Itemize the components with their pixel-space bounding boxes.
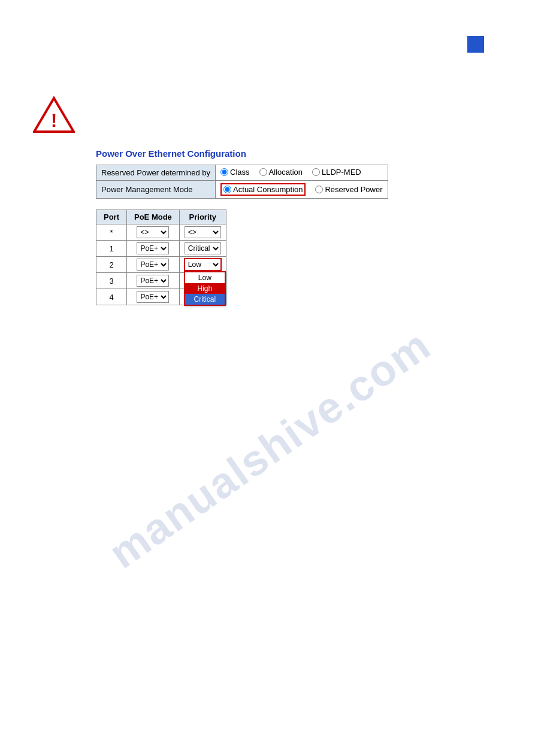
dropdown-list: Low High Critical xyxy=(184,271,226,306)
port-2-num: 2 xyxy=(96,257,127,273)
port-1-priority-select[interactable]: Low High Critical xyxy=(185,242,221,254)
filter-priority[interactable]: <> Low High Critical xyxy=(179,224,226,241)
port-3-num: 3 xyxy=(96,273,127,289)
radio-reserved-input[interactable] xyxy=(315,186,323,193)
radio-lldpmed-input[interactable] xyxy=(312,168,320,176)
port-2-priority-dropdown[interactable]: Low High Critical Low High Critical xyxy=(184,258,222,271)
filter-priority-select[interactable]: <> Low High Critical xyxy=(185,226,221,238)
col-header-poe-mode: PoE Mode xyxy=(127,210,180,224)
power-mgmt-options: Actual Consumption Reserved Power xyxy=(216,181,388,199)
config-row-power-mgmt: Power Management Mode Actual Consumption xyxy=(96,181,388,199)
port-1-poe-mode[interactable]: PoE+ xyxy=(127,241,180,257)
power-mgmt-label: Power Management Mode xyxy=(96,181,216,199)
radio-reserved-label: Reserved Power xyxy=(325,185,382,194)
section-title: Power Over Ethernet Configuration xyxy=(96,148,388,159)
warning-icon: ! xyxy=(33,96,75,135)
radio-allocation-input[interactable] xyxy=(259,168,267,176)
port-1-priority[interactable]: Low High Critical xyxy=(179,241,226,257)
port-2-poe-mode[interactable]: PoE+ xyxy=(127,257,180,273)
radio-lldpmed[interactable]: LLDP-MED xyxy=(312,168,361,177)
port-table: Port PoE Mode Priority * <> PoE+ <> L xyxy=(96,210,226,305)
config-table: Reserved Power determined by Class Alloc… xyxy=(96,165,388,199)
dropdown-item-low[interactable]: Low xyxy=(185,272,225,283)
port-2-priority-select[interactable]: Low High Critical xyxy=(184,258,222,271)
radio-lldpmed-label: LLDP-MED xyxy=(322,168,361,177)
table-row: 1 PoE+ Low High Critical xyxy=(96,241,226,257)
filter-poe-mode-select[interactable]: <> PoE+ xyxy=(137,226,169,238)
radio-actual-consumption[interactable]: Actual Consumption xyxy=(220,183,306,196)
radio-class[interactable]: Class xyxy=(220,168,250,177)
port-4-poe-mode[interactable]: PoE+ xyxy=(127,289,180,305)
port-1-poe-select[interactable]: PoE+ xyxy=(137,242,169,254)
radio-class-input[interactable] xyxy=(220,168,228,176)
blue-indicator-square xyxy=(467,36,484,53)
radio-actual-input[interactable] xyxy=(223,186,231,193)
filter-port: * xyxy=(96,224,127,241)
port-3-poe-select[interactable]: PoE+ xyxy=(137,275,169,287)
col-header-priority: Priority xyxy=(179,210,226,224)
port-4-poe-select[interactable]: PoE+ xyxy=(137,291,169,303)
radio-allocation[interactable]: Allocation xyxy=(259,168,303,177)
port-4-num: 4 xyxy=(96,289,127,305)
actual-consumption-highlight: Actual Consumption xyxy=(220,183,306,196)
main-content: Power Over Ethernet Configuration Reserv… xyxy=(96,148,388,305)
table-row: 2 PoE+ Low High Critical Low xyxy=(96,257,226,273)
reserved-power-label: Reserved Power determined by xyxy=(96,165,216,181)
svg-text:!: ! xyxy=(51,110,58,131)
filter-row: * <> PoE+ <> Low High Critical xyxy=(96,224,226,241)
col-header-port: Port xyxy=(96,210,127,224)
port-1-num: 1 xyxy=(96,241,127,257)
port-3-poe-mode[interactable]: PoE+ xyxy=(127,273,180,289)
radio-reserved-power[interactable]: Reserved Power xyxy=(315,185,382,194)
filter-poe-mode[interactable]: <> PoE+ xyxy=(127,224,180,241)
port-2-priority[interactable]: Low High Critical Low High Critical xyxy=(179,257,226,273)
dropdown-item-critical[interactable]: Critical xyxy=(185,294,225,305)
port-2-poe-select[interactable]: PoE+ xyxy=(137,259,169,271)
watermark-text: manualshive.com xyxy=(100,320,440,578)
port-table-header-row: Port PoE Mode Priority xyxy=(96,210,226,224)
radio-actual-label: Actual Consumption xyxy=(233,185,303,194)
config-row-reserved-power: Reserved Power determined by Class Alloc… xyxy=(96,165,388,181)
dropdown-item-high[interactable]: High xyxy=(185,283,225,294)
watermark: manualshive.com xyxy=(72,299,467,599)
radio-class-label: Class xyxy=(230,168,250,177)
radio-allocation-label: Allocation xyxy=(269,168,303,177)
reserved-power-options: Class Allocation LLDP-MED xyxy=(216,165,388,181)
